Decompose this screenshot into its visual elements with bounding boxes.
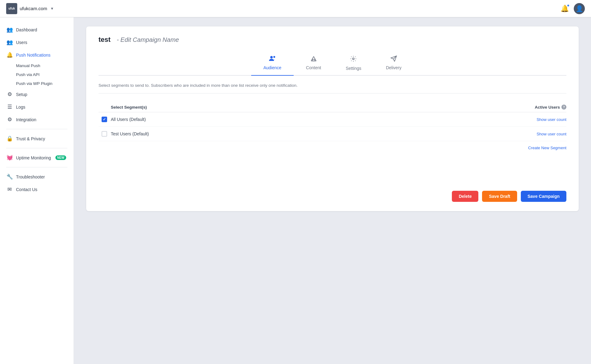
segment-row-left-test-users: Test Users (Default): [102, 131, 149, 137]
top-header: ufuk ufukcam.com ▼ 🔔 👤: [0, 0, 591, 17]
segment-name-test-users: Test Users (Default): [111, 131, 149, 136]
checkbox-all-users[interactable]: [102, 117, 107, 122]
segment-name-all-users: All Users (Default): [111, 117, 146, 122]
settings-tab-icon: [350, 55, 357, 64]
active-users-info-icon[interactable]: ?: [561, 105, 566, 110]
tab-audience-label: Audience: [263, 65, 281, 70]
campaign-card: test - Edit Campaign Name Audienc: [86, 26, 579, 211]
show-user-count-test-users[interactable]: Show user count: [537, 132, 566, 136]
sidebar-divider-1: [6, 129, 67, 129]
site-dropdown-icon[interactable]: ▼: [50, 6, 54, 11]
campaign-name: test: [98, 36, 111, 44]
tab-settings[interactable]: Settings: [333, 52, 374, 76]
lock-icon: 🔒: [6, 135, 13, 142]
sidebar-label-manual-push: Manual Push: [16, 63, 40, 68]
flex-spacer: [98, 154, 566, 185]
email-icon: ✉: [6, 186, 13, 193]
sidebar-label-push-via-api: Push via API: [16, 72, 40, 77]
users-icon: 👥: [6, 39, 13, 46]
site-logo: ufuk: [6, 3, 17, 14]
sidebar-divider-3: [6, 167, 67, 167]
segment-header-label: Select Segment(s): [111, 105, 147, 110]
sidebar-item-trust-privacy[interactable]: 🔒 Trust & Privacy: [0, 132, 74, 145]
sidebar-item-setup[interactable]: ⚙ Setup: [0, 88, 74, 101]
sidebar-label-integration: Integration: [16, 117, 36, 122]
delete-button[interactable]: Delete: [452, 191, 478, 202]
save-campaign-button[interactable]: Save Campaign: [521, 191, 566, 202]
tabs-bar: Audience Content: [98, 52, 566, 76]
tab-content[interactable]: Content: [294, 52, 333, 76]
content-tab-icon: [310, 55, 317, 63]
layout: 👥 Dashboard 👥 Users 🔔 Push Notifications…: [0, 17, 591, 364]
tab-delivery[interactable]: Delivery: [374, 52, 414, 76]
notification-badge: [567, 4, 570, 7]
sidebar-item-manual-push[interactable]: Manual Push: [0, 61, 74, 70]
campaign-title-row: test - Edit Campaign Name: [98, 36, 566, 44]
header-right: 🔔 👤: [561, 3, 585, 14]
dashboard-icon: 👥: [6, 26, 13, 33]
tab-audience[interactable]: Audience: [251, 52, 294, 76]
notification-bell[interactable]: 🔔: [561, 5, 569, 13]
svg-rect-2: [312, 59, 315, 61]
sidebar-label-contact-us: Contact Us: [16, 187, 37, 192]
sidebar-label-users: Users: [16, 40, 27, 45]
logs-icon: ☰: [6, 104, 13, 110]
sidebar-item-integration[interactable]: ⚙ Integration: [0, 113, 74, 126]
save-draft-button[interactable]: Save Draft: [482, 191, 517, 202]
delivery-tab-icon: [390, 55, 397, 63]
sidebar-item-dashboard[interactable]: 👥 Dashboard: [0, 23, 74, 36]
avatar-icon: 👤: [576, 5, 583, 12]
sidebar: 👥 Dashboard 👥 Users 🔔 Push Notifications…: [0, 17, 74, 364]
segment-row-all-users: All Users (Default) Show user count: [98, 112, 566, 127]
sidebar-item-users[interactable]: 👥 Users: [0, 36, 74, 49]
sidebar-label-uptime-monitoring: Uptime Monitoring: [16, 155, 51, 160]
create-segment-row: Create New Segment: [98, 141, 566, 154]
new-badge: NEW: [55, 155, 66, 160]
sidebar-label-troubleshooter: Troubleshooter: [16, 174, 45, 179]
svg-point-1: [273, 56, 275, 58]
sidebar-item-troubleshooter[interactable]: 🔧 Troubleshooter: [0, 170, 74, 183]
sidebar-item-logs[interactable]: ☰ Logs: [0, 101, 74, 113]
checkbox-test-users[interactable]: [102, 131, 107, 137]
show-user-count-all-users[interactable]: Show user count: [537, 117, 566, 122]
header-left: ufuk ufukcam.com ▼: [6, 3, 54, 14]
sidebar-item-uptime-monitoring[interactable]: 💓 Uptime Monitoring NEW: [0, 151, 74, 164]
segment-row-test-users: Test Users (Default) Show user count: [98, 127, 566, 141]
main-content: test - Edit Campaign Name Audienc: [74, 17, 591, 364]
svg-point-3: [353, 58, 355, 60]
sidebar-label-push-notifications: Push Notifications: [16, 53, 50, 58]
active-users-label: Active Users: [535, 105, 560, 110]
bell-sidebar-icon: 🔔: [6, 52, 13, 58]
troubleshooter-icon: 🔧: [6, 174, 13, 180]
sidebar-item-push-via-wp[interactable]: Push via WP Plugin: [0, 79, 74, 88]
svg-point-0: [270, 56, 273, 58]
sidebar-divider-2: [6, 148, 67, 148]
segment-header-row: Select Segment(s) Active Users ?: [98, 102, 566, 112]
create-segment-link[interactable]: Create New Segment: [528, 146, 566, 150]
integration-icon: ⚙: [6, 116, 13, 123]
uptime-icon: 💓: [6, 154, 13, 161]
sidebar-item-contact-us[interactable]: ✉ Contact Us: [0, 183, 74, 196]
user-avatar[interactable]: 👤: [574, 3, 585, 14]
audience-subtitle: Select segments to send to. Subscribers …: [98, 83, 566, 94]
sidebar-label-trust-privacy: Trust & Privacy: [16, 136, 45, 141]
tab-settings-label: Settings: [346, 66, 361, 71]
edit-campaign-link[interactable]: - Edit Campaign Name: [117, 36, 179, 43]
active-users-header: Active Users ?: [535, 105, 566, 110]
bottom-actions: Delete Save Draft Save Campaign: [98, 185, 566, 202]
setup-icon: ⚙: [6, 91, 13, 98]
sidebar-label-logs: Logs: [16, 105, 25, 110]
sidebar-label-dashboard: Dashboard: [16, 27, 37, 32]
segment-row-left-all-users: All Users (Default): [102, 117, 146, 122]
sidebar-label-push-via-wp: Push via WP Plugin: [16, 81, 52, 86]
sidebar-item-push-notifications[interactable]: 🔔 Push Notifications: [0, 49, 74, 61]
sidebar-label-setup: Setup: [16, 92, 27, 97]
tab-delivery-label: Delivery: [386, 65, 402, 70]
audience-tab-icon: [269, 55, 276, 63]
sidebar-item-push-via-api[interactable]: Push via API: [0, 70, 74, 79]
tab-content-label: Content: [306, 65, 321, 70]
site-name: ufukcam.com: [20, 6, 47, 11]
